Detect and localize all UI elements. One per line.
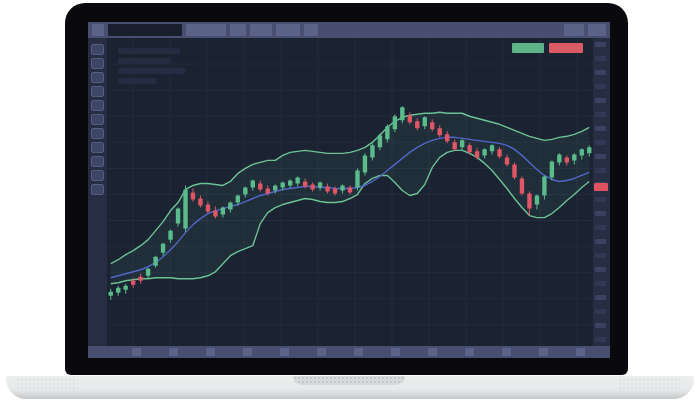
price-label: [595, 197, 606, 202]
timeframe-button-4[interactable]: [243, 348, 252, 356]
last-price-tag: [594, 183, 608, 191]
watermark-line-4: [118, 78, 156, 84]
price-label: [595, 211, 606, 216]
top-toolbar: [88, 22, 610, 38]
toolbar-button-5[interactable]: [304, 24, 318, 36]
drawing-tool-button-8[interactable]: [91, 142, 104, 153]
price-label: [595, 140, 606, 145]
price-label: [595, 253, 606, 258]
price-label: [595, 112, 606, 117]
price-label: [595, 126, 606, 131]
trading-app-window: [88, 22, 610, 358]
price-label: [595, 239, 606, 244]
toolbar-right-button-2[interactable]: [588, 24, 606, 36]
main-area: [88, 38, 610, 346]
toolbar-button-4[interactable]: [276, 24, 300, 36]
price-label: [595, 70, 606, 75]
drawing-tool-button-9[interactable]: [91, 156, 104, 167]
drawing-tool-button-1[interactable]: [91, 44, 104, 55]
buy-button[interactable]: [512, 43, 544, 53]
toolbar-right-group: [564, 24, 606, 36]
price-label: [595, 281, 606, 286]
drawing-tool-button-7[interactable]: [91, 128, 104, 139]
timeframe-button-10[interactable]: [465, 348, 474, 356]
toolbar-right-button-1[interactable]: [564, 24, 584, 36]
timeframe-button-2[interactable]: [169, 348, 178, 356]
timeframe-button-7[interactable]: [354, 348, 363, 356]
drawing-tool-button-2[interactable]: [91, 58, 104, 69]
price-label: [595, 168, 606, 173]
timeframe-button-1[interactable]: [132, 348, 141, 356]
timeframe-button-8[interactable]: [391, 348, 400, 356]
price-label: [595, 323, 606, 328]
timeframe-button-3[interactable]: [206, 348, 215, 356]
drawing-tool-button-10[interactable]: [91, 170, 104, 181]
timeframe-button-6[interactable]: [317, 348, 326, 356]
order-buttons: [512, 43, 583, 53]
timeframe-button-5[interactable]: [280, 348, 289, 356]
drawing-tool-button-4[interactable]: [91, 86, 104, 97]
chart-panel[interactable]: [107, 38, 593, 346]
laptop-base: [6, 376, 694, 399]
timeframe-button-13[interactable]: [576, 348, 585, 356]
symbol-search-input[interactable]: [108, 24, 182, 36]
laptop-screen-bezel: [65, 3, 628, 375]
toolbar-button-1[interactable]: [186, 24, 226, 36]
sell-button[interactable]: [549, 43, 583, 53]
toolbar-button-3[interactable]: [250, 24, 272, 36]
laptop-mockup: [0, 0, 700, 400]
price-label: [595, 309, 606, 314]
drawing-tool-rail: [88, 38, 107, 346]
timeframe-button-12[interactable]: [539, 348, 548, 356]
drawing-tool-button-11[interactable]: [91, 184, 104, 195]
lid-notch: [293, 376, 405, 385]
price-label: [595, 337, 606, 342]
toolbar-button-2[interactable]: [230, 24, 246, 36]
drawing-tool-button-5[interactable]: [91, 100, 104, 111]
price-label: [595, 267, 606, 272]
price-label: [595, 98, 606, 103]
watermark-line-3: [118, 68, 185, 74]
base-texture-right: [618, 378, 680, 391]
timeframe-button-11[interactable]: [502, 348, 511, 356]
watermark-line-1: [118, 48, 180, 54]
price-label: [595, 154, 606, 159]
price-axis[interactable]: [593, 38, 610, 346]
price-label: [595, 84, 606, 89]
price-label: [595, 56, 606, 61]
base-texture-left: [16, 378, 78, 391]
drawing-tool-button-3[interactable]: [91, 72, 104, 83]
time-axis-bar[interactable]: [88, 346, 610, 358]
price-chart: [107, 38, 593, 346]
watermark-line-2: [118, 58, 170, 64]
app-logo-icon: [92, 24, 104, 36]
price-label: [595, 42, 606, 47]
toolbar-button-group: [186, 24, 318, 36]
price-label: [595, 225, 606, 230]
drawing-tool-button-6[interactable]: [91, 114, 104, 125]
timeframe-button-9[interactable]: [428, 348, 437, 356]
price-label: [595, 295, 606, 300]
symbol-info-watermark: [118, 48, 185, 84]
